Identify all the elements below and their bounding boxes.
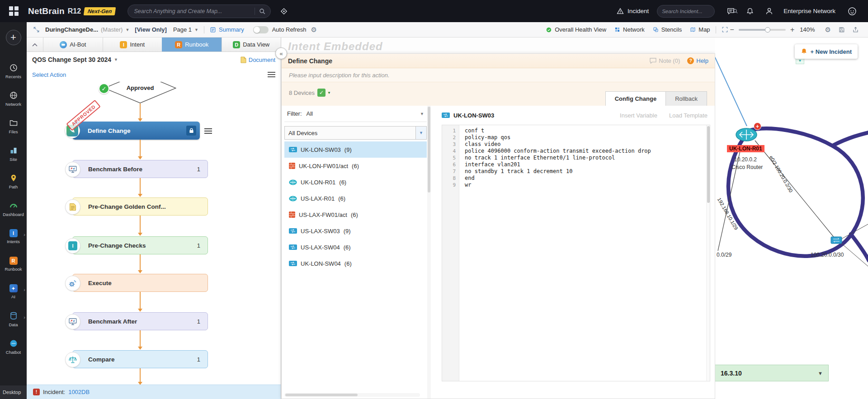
map-view-button[interactable]: Map <box>690 26 710 33</box>
flow-node-pre-change-golden-conf[interactable]: Pre-Change Golden Conf... <box>72 197 208 216</box>
flow-node-benchmark-before[interactable]: Benchmark Before 1 <box>72 160 208 178</box>
incident-search[interactable] <box>657 5 715 18</box>
select-action-link[interactable]: Select Action <box>32 71 66 78</box>
summary-label[interactable]: Summary <box>219 26 244 33</box>
flow-node-benchmark-after[interactable]: Benchmark After 1 <box>72 312 208 330</box>
flow-node-define-change[interactable]: ✎ Define Change <box>72 122 200 140</box>
sidebar-item-recents[interactable]: Recents <box>0 57 27 85</box>
search-icon[interactable] <box>259 8 266 15</box>
load-template-button[interactable]: Load Template <box>669 112 708 119</box>
map-name-chevron-icon[interactable]: ▼ <box>125 28 129 32</box>
sidebar-item-site[interactable]: Site <box>0 140 27 168</box>
export-share-icon[interactable] <box>852 26 859 33</box>
ai-expand-icon[interactable]: › <box>24 287 25 292</box>
tab-data-view[interactable]: D Data View <box>222 38 281 52</box>
sidebar-item-path[interactable]: Path <box>0 168 27 195</box>
overall-health-label[interactable]: Overall Health View <box>555 26 606 33</box>
runbook-title[interactable]: QOS Change Sept 30 2024 ▼ <box>32 56 118 63</box>
apps-menu-icon[interactable] <box>9 6 19 16</box>
assistant-bot-icon[interactable] <box>847 6 857 16</box>
page-chevron-icon[interactable]: ▼ <box>194 28 198 32</box>
zoom-level[interactable]: 140% <box>800 26 815 33</box>
network-view-label[interactable]: Network <box>623 26 645 33</box>
intents-expand-icon[interactable]: › <box>24 232 25 237</box>
tab-ai-bot[interactable]: AI-Bot <box>43 38 103 52</box>
sidebar-item-intents[interactable]: I Intents › <box>0 223 27 250</box>
sidebar-item-runbook[interactable]: R Runbook <box>0 250 27 278</box>
map-view-label[interactable]: Map <box>698 26 710 33</box>
device-row[interactable]: UK-LON-FW01/act(6) <box>284 158 427 174</box>
runbook-title-chevron-icon[interactable]: ▼ <box>114 57 118 62</box>
network-view-button[interactable]: Network <box>614 26 645 33</box>
overall-health-button[interactable]: Overall Health View <box>546 26 606 33</box>
sidebar-item-network[interactable]: Network <box>0 85 27 113</box>
summary-button[interactable]: Summary <box>210 26 244 33</box>
device-list-scrollbar[interactable] <box>427 106 431 399</box>
devices-dropdown-chevron-icon[interactable]: ▼ <box>327 91 331 95</box>
expand-panel-icon[interactable] <box>33 26 40 33</box>
incident-id-link[interactable]: 1002DB <box>68 389 90 395</box>
chat-icon[interactable] <box>726 7 735 15</box>
tenant-name[interactable]: Enterprise Network <box>783 8 835 14</box>
new-map-plus-button[interactable]: + <box>6 30 21 45</box>
page-selector[interactable]: Page 1 <box>173 26 192 33</box>
map-diamond-icon[interactable] <box>280 7 288 15</box>
sidebar-item-dashboard[interactable]: Dashboard <box>0 195 27 223</box>
runbook-menu-icon[interactable] <box>268 70 275 79</box>
device-row[interactable]: UK-LON-SW04(6) <box>284 255 427 272</box>
incident-alert-icon[interactable] <box>616 7 624 15</box>
node-menu-icon[interactable] <box>204 127 212 135</box>
map-name[interactable]: DuringChangeDe... <box>45 26 98 33</box>
decision-approved[interactable]: ✓ Approved <box>104 82 176 103</box>
stencils-label[interactable]: Stencils <box>661 26 682 33</box>
device-row[interactable]: UK-LON-SW03(9) <box>284 141 427 158</box>
sidebar-item-chatbot[interactable]: Chatbot <box>0 333 27 361</box>
zoom-slider[interactable] <box>739 29 786 31</box>
filter-chevron-icon[interactable]: ▼ <box>420 112 424 116</box>
tab-runbook[interactable]: R Runbook <box>162 38 222 52</box>
desktop-mode-label[interactable]: Desktop <box>0 385 27 399</box>
devices-checkbox-icon[interactable]: ✓ <box>317 89 326 97</box>
group-dropdown-icon[interactable]: ▼ <box>415 127 426 139</box>
help-button[interactable]: ? Help <box>687 57 708 64</box>
document-link[interactable]: Document <box>241 56 275 63</box>
flow-node-pre-change-checks[interactable]: I Pre-Change Checks 1 <box>72 236 208 254</box>
sidebar-item-data[interactable]: Data › <box>0 305 27 333</box>
collapse-panel-chevron-icon[interactable] <box>27 38 43 52</box>
map-green-node[interactable]: 16.3.10 ▼ <box>715 365 829 381</box>
insert-variable-button[interactable]: Insert Variable <box>620 112 657 119</box>
device-row[interactable]: US-LAX-SW04(6) <box>284 239 427 255</box>
description-placeholder[interactable]: Please input description for this action… <box>282 68 715 82</box>
device-row[interactable]: US-LAX-FW01/act(6) <box>284 207 427 223</box>
refresh-settings-gear-icon[interactable]: ⚙ <box>311 26 317 34</box>
green-node-chevron-icon[interactable]: ▼ <box>818 371 823 376</box>
devices-count-group[interactable]: 8 Devices ✓ ▼ <box>289 89 331 97</box>
map-settings-gear-icon[interactable]: ⚙ <box>825 26 831 34</box>
network-map[interactable]: + UK-LON-R01 10.20.0.2 Cisco Router e0/2… <box>715 38 868 399</box>
device-row[interactable]: UK-LON-R01(6) <box>284 174 427 190</box>
global-search[interactable] <box>127 5 271 18</box>
device-filter[interactable]: Filter: All ▼ <box>284 106 427 122</box>
device-row[interactable]: US-LAX-SW03(9) <box>284 223 427 239</box>
editor-code[interactable]: conf tpolicy-map qosclass videopolice 40… <box>459 125 706 381</box>
stencils-button[interactable]: Stencils <box>653 26 682 33</box>
data-expand-icon[interactable]: › <box>24 315 25 320</box>
zoom-out-button[interactable]: − <box>728 26 736 34</box>
tab-rollback[interactable]: Rollback <box>666 91 707 106</box>
notifications-bell-icon[interactable] <box>746 7 754 15</box>
map-device-label[interactable]: UK-LON-R01 <box>727 145 764 152</box>
device-group-select[interactable]: All Devices ▼ <box>284 126 427 140</box>
tab-intent[interactable]: I Intent <box>103 38 162 52</box>
alert-plus-badge-icon[interactable]: + <box>754 122 761 130</box>
device-row[interactable]: US-LAX-R01(6) <box>284 190 427 207</box>
sidebar-item-files[interactable]: Files <box>0 113 27 140</box>
dialog-collapse-button[interactable]: « <box>275 47 287 59</box>
auto-refresh-toggle[interactable] <box>253 26 269 33</box>
editor-scrollbar[interactable] <box>706 125 710 381</box>
user-avatar-icon[interactable] <box>765 7 774 15</box>
sidebar-item-ai[interactable]: ✦ AI › <box>0 278 27 305</box>
tab-config-change[interactable]: Config Change <box>605 91 666 106</box>
config-editor[interactable]: 123456789 conf tpolicy-map qosclass vide… <box>442 125 710 381</box>
incident-label[interactable]: Incident <box>627 8 649 14</box>
fit-to-screen-icon[interactable] <box>722 26 728 33</box>
